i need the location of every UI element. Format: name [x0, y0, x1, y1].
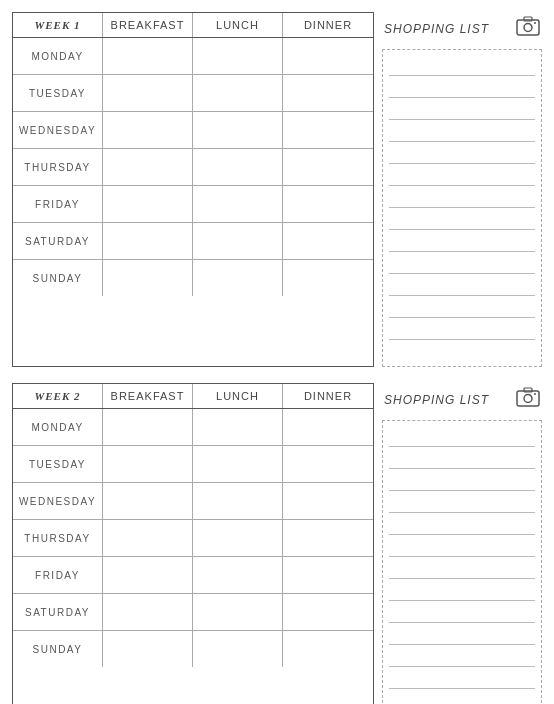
week2-monday-dinner[interactable] — [283, 409, 373, 445]
shopping-line[interactable] — [389, 142, 535, 164]
week2-thursday-dinner[interactable] — [283, 520, 373, 556]
week2-saturday-breakfast[interactable] — [103, 594, 193, 630]
week2-thursday-lunch[interactable] — [193, 520, 283, 556]
week2-friday-dinner[interactable] — [283, 557, 373, 593]
week1-sunday-dinner[interactable] — [283, 260, 373, 296]
week2-sunday-label: Sunday — [13, 631, 103, 667]
week2-friday-lunch[interactable] — [193, 557, 283, 593]
shopping-line[interactable] — [389, 513, 535, 535]
week2-sunday-breakfast[interactable] — [103, 631, 193, 667]
week2-monday-lunch[interactable] — [193, 409, 283, 445]
week1-monday-breakfast[interactable] — [103, 38, 193, 74]
shopping-line[interactable] — [389, 469, 535, 491]
week1-monday-dinner[interactable] — [283, 38, 373, 74]
week1-wednesday-lunch[interactable] — [193, 112, 283, 148]
week2-tuesday-breakfast[interactable] — [103, 446, 193, 482]
week2-header-row: Week 2 Breakfast Lunch Dinner — [13, 384, 373, 409]
week2-label: Week 2 — [13, 384, 103, 408]
week2-tuesday-row: Tuesday — [13, 446, 373, 483]
week2-sunday-dinner[interactable] — [283, 631, 373, 667]
shopping-line[interactable] — [389, 425, 535, 447]
week1-thursday-breakfast[interactable] — [103, 149, 193, 185]
week1-saturday-dinner[interactable] — [283, 223, 373, 259]
shopping-line[interactable] — [389, 689, 535, 704]
week2-saturday-row: Saturday — [13, 594, 373, 631]
shopping-line[interactable] — [389, 120, 535, 142]
shopping-line[interactable] — [389, 76, 535, 98]
week1-tuesday-dinner[interactable] — [283, 75, 373, 111]
week1-shopping-panel: Shopping List — [382, 12, 542, 367]
week1-shopping-lines — [382, 49, 542, 367]
shopping-line[interactable] — [389, 491, 535, 513]
shopping-line[interactable] — [389, 98, 535, 120]
shopping-line[interactable] — [389, 164, 535, 186]
week1-friday-dinner[interactable] — [283, 186, 373, 222]
week2-sunday-lunch[interactable] — [193, 631, 283, 667]
svg-rect-4 — [517, 391, 539, 406]
week1-sunday-label: Sunday — [13, 260, 103, 296]
shopping-line[interactable] — [389, 623, 535, 645]
week2-thursday-row: Thursday — [13, 520, 373, 557]
week1-wednesday-row: Wednesday — [13, 112, 373, 149]
shopping-line[interactable] — [389, 447, 535, 469]
week1-thursday-lunch[interactable] — [193, 149, 283, 185]
shopping-line[interactable] — [389, 601, 535, 623]
week2-friday-row: Friday — [13, 557, 373, 594]
shopping-line[interactable] — [389, 340, 535, 362]
week1-sunday-breakfast[interactable] — [103, 260, 193, 296]
week2-wednesday-breakfast[interactable] — [103, 483, 193, 519]
week2-section: Week 2 Breakfast Lunch Dinner Monday Tue… — [12, 383, 542, 704]
week1-sunday-row: Sunday — [13, 260, 373, 296]
week1-col-breakfast: Breakfast — [103, 13, 193, 37]
week1-wednesday-breakfast[interactable] — [103, 112, 193, 148]
shopping-line[interactable] — [389, 645, 535, 667]
week2-tuesday-dinner[interactable] — [283, 446, 373, 482]
week2-saturday-dinner[interactable] — [283, 594, 373, 630]
week1-saturday-lunch[interactable] — [193, 223, 283, 259]
week1-tuesday-breakfast[interactable] — [103, 75, 193, 111]
week2-wednesday-label: Wednesday — [13, 483, 103, 519]
svg-point-3 — [534, 22, 536, 24]
week1-shopping-header: Shopping List — [382, 12, 542, 45]
shopping-line[interactable] — [389, 252, 535, 274]
week1-friday-lunch[interactable] — [193, 186, 283, 222]
week1-camera-icon — [516, 16, 540, 41]
week1-wednesday-dinner[interactable] — [283, 112, 373, 148]
week1-shopping-title: Shopping List — [384, 22, 489, 36]
week1-header-row: Week 1 Breakfast Lunch Dinner — [13, 13, 373, 38]
week2-wednesday-dinner[interactable] — [283, 483, 373, 519]
week1-friday-breakfast[interactable] — [103, 186, 193, 222]
week2-wednesday-lunch[interactable] — [193, 483, 283, 519]
week1-tuesday-lunch[interactable] — [193, 75, 283, 111]
shopping-line[interactable] — [389, 318, 535, 340]
week1-table: Week 1 Breakfast Lunch Dinner Monday Tue… — [12, 12, 374, 367]
shopping-line[interactable] — [389, 274, 535, 296]
week1-saturday-breakfast[interactable] — [103, 223, 193, 259]
shopping-line[interactable] — [389, 557, 535, 579]
shopping-line[interactable] — [389, 230, 535, 252]
shopping-line[interactable] — [389, 535, 535, 557]
week1-sunday-lunch[interactable] — [193, 260, 283, 296]
week2-friday-breakfast[interactable] — [103, 557, 193, 593]
week2-saturday-label: Saturday — [13, 594, 103, 630]
week1-section: Week 1 Breakfast Lunch Dinner Monday Tue… — [12, 12, 542, 367]
week1-friday-row: Friday — [13, 186, 373, 223]
week2-monday-breakfast[interactable] — [103, 409, 193, 445]
shopping-line[interactable] — [389, 54, 535, 76]
shopping-line[interactable] — [389, 186, 535, 208]
week2-thursday-breakfast[interactable] — [103, 520, 193, 556]
week1-monday-row: Monday — [13, 38, 373, 75]
shopping-line[interactable] — [389, 296, 535, 318]
week1-monday-lunch[interactable] — [193, 38, 283, 74]
week1-thursday-label: Thursday — [13, 149, 103, 185]
week1-thursday-dinner[interactable] — [283, 149, 373, 185]
svg-point-5 — [524, 395, 532, 403]
week2-friday-label: Friday — [13, 557, 103, 593]
week1-col-lunch: Lunch — [193, 13, 283, 37]
week2-saturday-lunch[interactable] — [193, 594, 283, 630]
svg-point-7 — [534, 393, 536, 395]
shopping-line[interactable] — [389, 667, 535, 689]
shopping-line[interactable] — [389, 579, 535, 601]
week2-tuesday-lunch[interactable] — [193, 446, 283, 482]
shopping-line[interactable] — [389, 208, 535, 230]
